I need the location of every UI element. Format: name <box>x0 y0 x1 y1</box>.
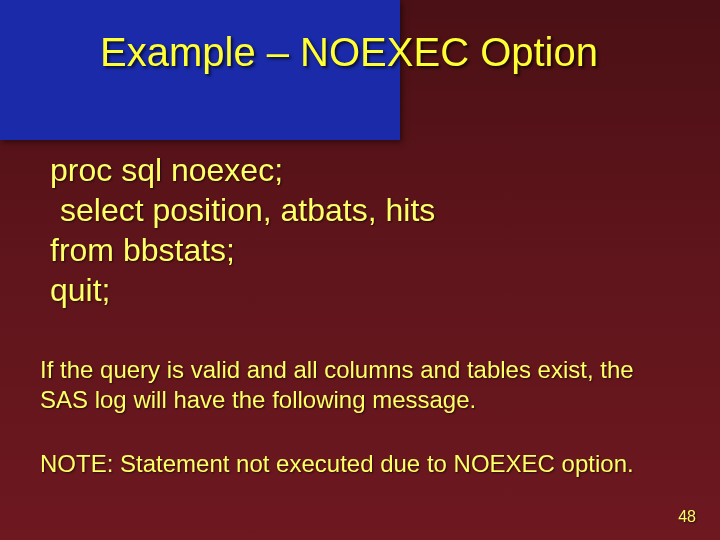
code-line: select position, atbats, hits <box>50 190 680 230</box>
sas-log-note: NOTE: Statement not executed due to NOEX… <box>40 450 680 478</box>
explanation-text: If the query is valid and all columns an… <box>40 355 680 415</box>
code-line: from bbstats; <box>50 230 680 270</box>
slide-title: Example – NOEXEC Option <box>100 30 680 75</box>
slide: Example – NOEXEC Option proc sql noexec;… <box>0 0 720 540</box>
code-line: proc sql noexec; <box>50 150 680 190</box>
code-block: proc sql noexec; select position, atbats… <box>50 150 680 310</box>
page-number: 48 <box>678 508 696 526</box>
code-line: quit; <box>50 270 680 310</box>
